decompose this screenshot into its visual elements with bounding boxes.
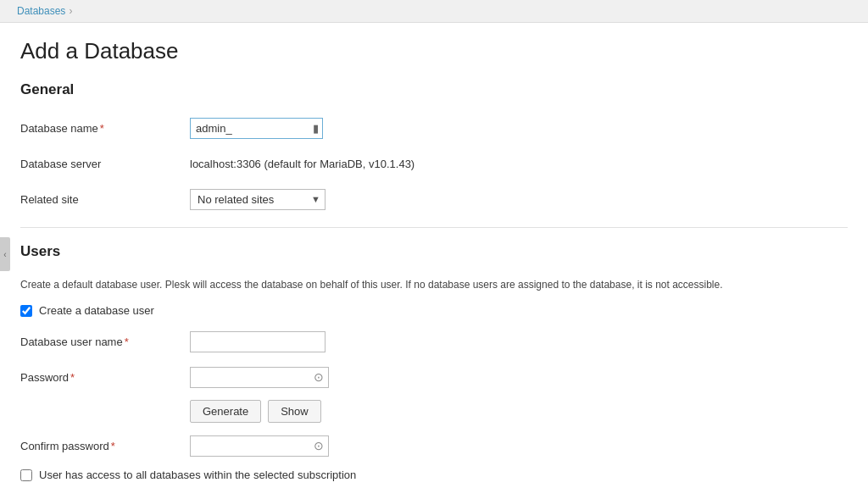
database-name-input[interactable] bbox=[191, 119, 309, 138]
breadcrumb: Databases › bbox=[0, 0, 868, 23]
show-button[interactable]: Show bbox=[268, 400, 321, 423]
password-toggle-icon[interactable]: ⊙ bbox=[309, 369, 328, 385]
users-section: Users Create a default database user. Pl… bbox=[20, 243, 848, 481]
section-divider bbox=[20, 227, 848, 228]
db-user-name-row: Database user name* bbox=[20, 329, 848, 354]
confirm-password-required-star: * bbox=[111, 440, 115, 452]
password-label: Password* bbox=[20, 371, 190, 384]
breadcrumb-databases-link[interactable]: Databases bbox=[17, 5, 65, 17]
users-description: Create a default database user. Plesk wi… bbox=[20, 277, 848, 292]
all-databases-checkbox-row: User has access to all databases within … bbox=[20, 469, 848, 481]
database-name-label: Database name* bbox=[20, 122, 190, 135]
database-name-row: Database name* ▮ bbox=[20, 115, 848, 141]
database-name-input-wrapper: ▮ bbox=[190, 118, 323, 139]
side-collapse-tab[interactable]: ‹ bbox=[0, 237, 10, 271]
general-section-title: General bbox=[20, 81, 848, 103]
breadcrumb-separator: › bbox=[69, 5, 72, 17]
related-site-label: Related site bbox=[20, 193, 190, 206]
create-user-label: Create a database user bbox=[39, 304, 154, 317]
users-section-title: Users bbox=[20, 243, 848, 265]
related-site-select[interactable]: No related sites bbox=[190, 189, 326, 210]
create-user-checkbox[interactable] bbox=[20, 305, 32, 317]
confirm-password-input-wrapper: ⊙ bbox=[190, 435, 329, 457]
database-server-value: localhost:3306 (default for MariaDB, v10… bbox=[190, 158, 415, 170]
general-section: General Database name* ▮ Database server… bbox=[20, 81, 848, 212]
database-name-icon: ▮ bbox=[309, 120, 322, 136]
create-user-checkbox-row: Create a database user bbox=[20, 304, 848, 317]
generate-button[interactable]: Generate bbox=[190, 400, 261, 423]
page-title: Add a Database bbox=[20, 38, 848, 64]
related-site-row: Related site No related sites ▼ bbox=[20, 186, 848, 212]
all-databases-label: User has access to all databases within … bbox=[39, 469, 356, 481]
all-databases-checkbox[interactable] bbox=[20, 469, 32, 481]
required-star: * bbox=[100, 122, 104, 135]
related-site-select-wrapper: No related sites ▼ bbox=[190, 189, 326, 210]
side-tab-arrow-icon: ‹ bbox=[3, 250, 6, 259]
confirm-password-row: Confirm password* ⊙ bbox=[20, 433, 848, 458]
database-server-row: Database server localhost:3306 (default … bbox=[20, 151, 848, 176]
password-input[interactable] bbox=[191, 368, 309, 387]
password-input-wrapper: ⊙ bbox=[190, 367, 329, 388]
db-user-required-star: * bbox=[125, 336, 129, 348]
content-area: Add a Database General Database name* ▮ … bbox=[0, 23, 868, 488]
confirm-password-label: Confirm password* bbox=[20, 440, 190, 452]
db-user-name-input[interactable] bbox=[190, 331, 326, 352]
confirm-password-input[interactable] bbox=[191, 436, 309, 456]
database-server-label: Database server bbox=[20, 158, 190, 170]
password-row: Password* ⊙ bbox=[20, 364, 848, 390]
password-required-star: * bbox=[70, 371, 75, 384]
confirm-password-toggle-icon[interactable]: ⊙ bbox=[309, 437, 328, 454]
password-buttons-row: Generate Show bbox=[190, 400, 848, 423]
db-user-name-label: Database user name* bbox=[20, 336, 190, 348]
